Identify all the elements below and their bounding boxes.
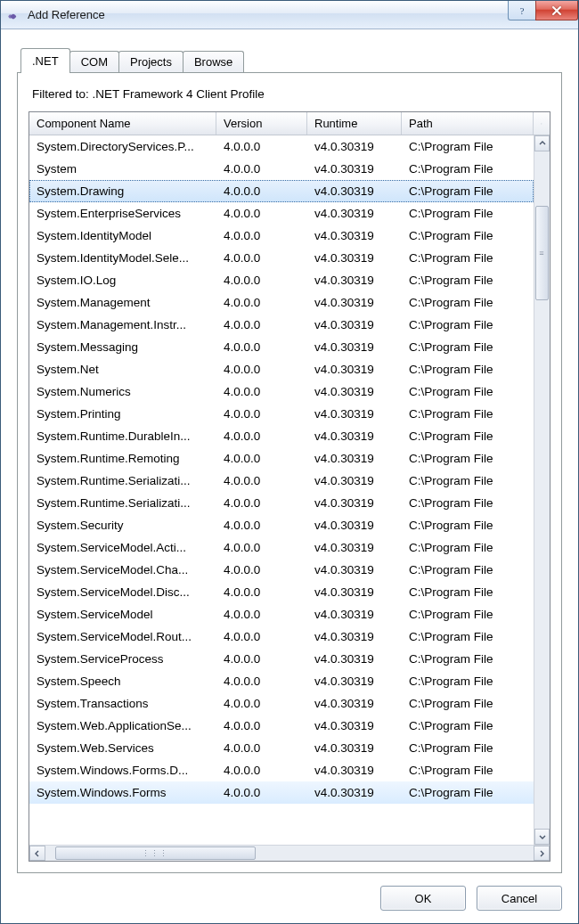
table-row[interactable]: System.ServiceProcess4.0.0.0v4.0.30319C:…: [29, 648, 534, 670]
table-row[interactable]: System.Runtime.Serializati...4.0.0.0v4.0…: [29, 470, 534, 492]
cell-runtime: v4.0.30319: [307, 697, 402, 710]
cell-path: C:\Program File: [402, 496, 534, 510]
cell-runtime: v4.0.30319: [307, 274, 402, 287]
title-bar[interactable]: Add Reference ?: [1, 1, 578, 29]
table-row[interactable]: System.Messaging4.0.0.0v4.0.30319C:\Prog…: [29, 336, 534, 358]
table-row[interactable]: System.Web.ApplicationSe...4.0.0.0v4.0.3…: [29, 715, 534, 737]
table-row[interactable]: System.Management.Instr...4.0.0.0v4.0.30…: [29, 314, 534, 336]
cell-name: System.ServiceModel.Acti...: [29, 541, 216, 554]
close-button[interactable]: [535, 1, 578, 20]
table-row[interactable]: System.ServiceModel4.0.0.0v4.0.30319C:\P…: [29, 603, 534, 626]
table-row[interactable]: System.Runtime.DurableIn...4.0.0.0v4.0.3…: [29, 425, 534, 447]
cell-name: System.Windows.Forms.D...: [29, 764, 216, 777]
cell-name: System.Web.Services: [29, 741, 216, 755]
cell-version: 4.0.0.0: [216, 519, 307, 532]
app-icon: [6, 7, 22, 23]
help-button[interactable]: ?: [508, 1, 536, 20]
scroll-down-button[interactable]: [534, 829, 550, 845]
cell-path: C:\Program File: [402, 452, 534, 465]
table-row[interactable]: System.Web.Services4.0.0.0v4.0.30319C:\P…: [29, 737, 534, 759]
table-row[interactable]: System4.0.0.0v4.0.30319C:\Program File: [29, 158, 534, 180]
scroll-left-button[interactable]: [29, 846, 45, 861]
cancel-button[interactable]: Cancel: [477, 886, 562, 911]
scroll-right-button[interactable]: [534, 846, 550, 861]
table-row[interactable]: System.Runtime.Serializati...4.0.0.0v4.0…: [29, 492, 534, 514]
tab-browse[interactable]: Browse: [183, 51, 244, 72]
cell-version: 4.0.0.0: [216, 719, 307, 732]
cell-runtime: v4.0.30319: [307, 207, 402, 220]
tab-com[interactable]: COM: [69, 51, 119, 72]
column-header-version[interactable]: Version: [216, 112, 307, 135]
cell-name: System.Messaging: [29, 340, 216, 354]
title-buttons: ?: [509, 1, 578, 20]
table-row[interactable]: System.ServiceModel.Rout...4.0.0.0v4.0.3…: [29, 626, 534, 648]
table-row[interactable]: System.IdentityModel.Sele...4.0.0.0v4.0.…: [29, 247, 534, 269]
cell-name: System.Management: [29, 296, 216, 309]
vscroll-thumb[interactable]: ≡: [535, 206, 549, 300]
tab-net[interactable]: .NET: [20, 48, 70, 73]
table-row[interactable]: System.ServiceModel.Disc...4.0.0.0v4.0.3…: [29, 581, 534, 603]
vscroll-track[interactable]: ≡: [534, 151, 550, 829]
cell-runtime: v4.0.30319: [307, 385, 402, 398]
table-row[interactable]: System.IdentityModel4.0.0.0v4.0.30319C:\…: [29, 225, 534, 247]
cell-name: System.ServiceModel.Cha...: [29, 563, 216, 576]
cell-name: System.ServiceProcess: [29, 652, 216, 666]
cell-name: System.Web.ApplicationSe...: [29, 719, 216, 732]
cell-runtime: v4.0.30319: [307, 318, 402, 331]
reference-grid: Component Name Version Runtime Path Syst…: [29, 111, 550, 862]
cell-name: System.DirectoryServices.P...: [29, 140, 216, 153]
cell-name: System.IdentityModel.Sele...: [29, 251, 216, 265]
hscroll-gripper-icon: ⋮⋮⋮: [142, 849, 168, 858]
cell-runtime: v4.0.30319: [307, 652, 402, 666]
table-row[interactable]: System.EnterpriseServices4.0.0.0v4.0.303…: [29, 202, 534, 225]
table-row[interactable]: System.Drawing4.0.0.0v4.0.30319C:\Progra…: [29, 180, 534, 202]
tab-projects[interactable]: Projects: [118, 51, 183, 72]
table-row[interactable]: System.IO.Log4.0.0.0v4.0.30319C:\Program…: [29, 269, 534, 291]
ok-button[interactable]: OK: [380, 886, 466, 911]
cell-name: System.EnterpriseServices: [29, 207, 216, 220]
cell-path: C:\Program File: [402, 296, 534, 309]
cell-path: C:\Program File: [402, 719, 534, 732]
cell-name: System.Runtime.Serializati...: [29, 496, 216, 510]
scroll-up-button[interactable]: [534, 135, 550, 151]
tab-panel: Filtered to: .NET Framework 4 Client Pro…: [17, 72, 562, 873]
cell-version: 4.0.0.0: [216, 340, 307, 354]
cell-path: C:\Program File: [402, 741, 534, 755]
table-row[interactable]: System.Numerics4.0.0.0v4.0.30319C:\Progr…: [29, 380, 534, 403]
horizontal-scrollbar[interactable]: ⋮⋮⋮: [29, 845, 550, 861]
cell-version: 4.0.0.0: [216, 363, 307, 376]
vertical-scrollbar[interactable]: ≡: [534, 135, 550, 845]
cell-runtime: v4.0.30319: [307, 140, 402, 153]
table-row[interactable]: System.Security4.0.0.0v4.0.30319C:\Progr…: [29, 514, 534, 536]
table-row[interactable]: System.Printing4.0.0.0v4.0.30319C:\Progr…: [29, 403, 534, 425]
table-row[interactable]: System.Management4.0.0.0v4.0.30319C:\Pro…: [29, 291, 534, 314]
table-row[interactable]: System.Runtime.Remoting4.0.0.0v4.0.30319…: [29, 447, 534, 470]
cell-name: System.Runtime.DurableIn...: [29, 429, 216, 443]
hscroll-track[interactable]: ⋮⋮⋮: [45, 846, 534, 861]
cell-name: System.ServiceModel.Rout...: [29, 630, 216, 643]
cell-path: C:\Program File: [402, 608, 534, 621]
cell-path: C:\Program File: [402, 697, 534, 710]
hscroll-thumb[interactable]: ⋮⋮⋮: [55, 846, 256, 860]
column-header-path[interactable]: Path: [402, 112, 534, 135]
cell-name: System.Numerics: [29, 385, 216, 398]
cell-name: System.IO.Log: [29, 274, 216, 287]
table-row[interactable]: System.Transactions4.0.0.0v4.0.30319C:\P…: [29, 692, 534, 715]
cell-path: C:\Program File: [402, 162, 534, 176]
table-row[interactable]: System.Net4.0.0.0v4.0.30319C:\Program Fi…: [29, 358, 534, 380]
table-row[interactable]: System.Windows.Forms4.0.0.0v4.0.30319C:\…: [29, 781, 534, 804]
window-title: Add Reference: [28, 8, 105, 21]
cell-path: C:\Program File: [402, 429, 534, 443]
cell-runtime: v4.0.30319: [307, 630, 402, 643]
cell-version: 4.0.0.0: [216, 140, 307, 153]
vscroll-gripper-icon: ≡: [539, 249, 544, 258]
table-row[interactable]: System.Windows.Forms.D...4.0.0.0v4.0.303…: [29, 759, 534, 781]
table-row[interactable]: System.ServiceModel.Cha...4.0.0.0v4.0.30…: [29, 559, 534, 581]
table-row[interactable]: System.Speech4.0.0.0v4.0.30319C:\Program…: [29, 670, 534, 692]
cell-version: 4.0.0.0: [216, 274, 307, 287]
column-header-runtime[interactable]: Runtime: [307, 112, 402, 135]
table-row[interactable]: System.DirectoryServices.P...4.0.0.0v4.0…: [29, 135, 534, 158]
cell-version: 4.0.0.0: [216, 496, 307, 510]
table-row[interactable]: System.ServiceModel.Acti...4.0.0.0v4.0.3…: [29, 536, 534, 559]
column-header-name[interactable]: Component Name: [29, 112, 216, 135]
